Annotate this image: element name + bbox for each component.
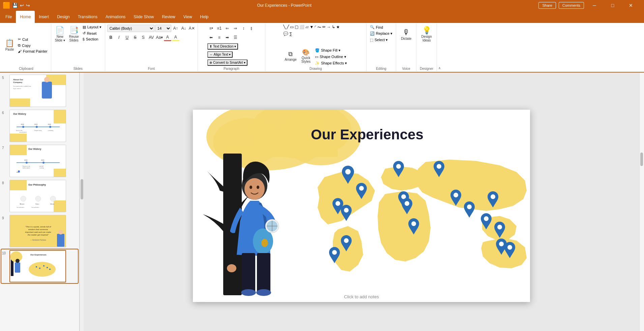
slide-thumb-9[interactable]: "This is a quote, words full of wisdom t…: [9, 215, 66, 247]
align-right-button[interactable]: ➡: [224, 34, 231, 41]
font-size-select[interactable]: 14: [155, 25, 171, 32]
tab-design[interactable]: Design: [53, 11, 74, 23]
shape-outline-button[interactable]: ▭ Shape Outline ▾: [314, 54, 348, 60]
ribbon-collapse-button[interactable]: ∧: [437, 24, 442, 71]
shape-equation[interactable]: ∑: [289, 31, 293, 36]
justify-button[interactable]: ☰: [232, 34, 239, 41]
text-direction-button[interactable]: ⬆ Text Direction ▾: [207, 43, 238, 50]
slide-thumb-8[interactable]: Our Philosophy Mission Vision Values You…: [9, 180, 66, 212]
maximize-button[interactable]: □: [605, 0, 620, 11]
copy-button[interactable]: ⧉ Copy: [17, 43, 49, 48]
numbered-list-button[interactable]: ≡1: [215, 25, 223, 32]
svg-point-91: [261, 239, 268, 247]
cut-button[interactable]: ✂ Cut: [17, 36, 49, 42]
design-ideas-button[interactable]: 💡 DesignIdeas: [420, 24, 434, 45]
slide-item-10[interactable]: 10 Our Experiences: [1, 249, 78, 283]
shape-arc[interactable]: ◜: [314, 24, 317, 31]
decrease-indent-button[interactable]: ⇐: [224, 25, 231, 32]
shape-rounded-rect[interactable]: ▢: [294, 24, 299, 31]
align-text-button[interactable]: ↔ Align Text ▾: [207, 51, 233, 58]
shape-more[interactable]: ▼: [309, 24, 314, 31]
change-case-button[interactable]: Aa▾: [156, 34, 163, 41]
bold-button[interactable]: B: [107, 34, 115, 41]
tab-help[interactable]: Help: [196, 11, 213, 23]
char-spacing-button[interactable]: AV: [148, 34, 155, 41]
reset-button[interactable]: ↺ Reset: [81, 30, 103, 36]
highlight-button[interactable]: A: [172, 34, 179, 41]
shape-connector[interactable]: →: [326, 24, 331, 31]
select-button[interactable]: ⬚ Select ▾: [369, 37, 394, 43]
quick-styles-button[interactable]: 🎨 QuickStyles: [300, 48, 312, 64]
reuse-slides-button[interactable]: 📑 ReuseSlides: [67, 24, 81, 45]
canvas-scrollbar[interactable]: [639, 73, 644, 331]
font-name-select[interactable]: Calibri (Body): [107, 25, 154, 32]
dictate-button[interactable]: 🎙 Dictate: [399, 24, 413, 45]
shape-fill-button[interactable]: 🪣 Shape Fill ▾: [314, 48, 348, 53]
font-decrease-button[interactable]: A↓: [180, 25, 187, 32]
canvas-scrollbar-thumb[interactable]: [640, 153, 643, 166]
shape-elbow[interactable]: ↳: [331, 24, 335, 31]
tab-slideshow[interactable]: Slide Show: [129, 11, 158, 23]
arrange-button[interactable]: ⧉ Arrange: [283, 48, 298, 64]
find-button[interactable]: 🔍 Find: [369, 24, 394, 30]
shape-snip-rect[interactable]: ⬜: [299, 24, 305, 31]
shape-effects-button[interactable]: ✨ Shape Effects ▾: [314, 60, 348, 66]
shape-rect[interactable]: ▭: [290, 24, 294, 31]
italic-button[interactable]: I: [115, 34, 123, 41]
columns-button[interactable]: ⫿: [248, 25, 255, 32]
align-center-button[interactable]: ≡: [215, 34, 223, 41]
tab-animations[interactable]: Animations: [101, 11, 129, 23]
increase-indent-button[interactable]: ⇒: [232, 25, 239, 32]
shape-parallelogram[interactable]: ▱: [305, 24, 309, 31]
font-color-button[interactable]: A: [164, 34, 171, 41]
svg-text:farthest planet: farthest planet: [23, 167, 30, 169]
shape-star[interactable]: ★: [336, 24, 340, 31]
slide-thumb-10[interactable]: Our Experiences: [9, 250, 66, 282]
font-increase-button[interactable]: A↑: [172, 25, 179, 32]
slide-item-9[interactable]: 9 "This is a quote, words full of wisdom…: [1, 214, 78, 248]
quick-access-undo[interactable]: ↩: [20, 3, 24, 8]
shape-line[interactable]: ╲: [283, 24, 286, 31]
share-button[interactable]: Share: [538, 2, 556, 9]
paste-button[interactable]: 📋 Paste: [3, 35, 16, 55]
tab-file[interactable]: File: [1, 11, 16, 23]
clear-format-button[interactable]: A✕: [188, 25, 196, 32]
tab-home[interactable]: Home: [16, 11, 35, 23]
convert-smartart-button[interactable]: ⊕ Convert to SmartArt ▾: [207, 59, 247, 66]
shape-curve[interactable]: 〜: [317, 24, 322, 31]
shape-line2[interactable]: ╱: [286, 24, 289, 31]
svg-point-70: [47, 267, 48, 268]
layout-button[interactable]: ▤ Layout ▾: [81, 24, 103, 30]
slide-canvas[interactable]: Our Experiences: [193, 110, 530, 302]
scrollbar-thumb[interactable]: [81, 179, 83, 199]
tab-review[interactable]: Review: [158, 11, 179, 23]
minimize-button[interactable]: ─: [587, 0, 602, 11]
format-painter-button[interactable]: 🖌 Format Painter: [17, 49, 49, 54]
align-left-button[interactable]: ⬅: [207, 34, 215, 41]
new-slide-button[interactable]: 📄 NewSlide ▾: [53, 24, 67, 45]
quick-access-redo[interactable]: ↪: [26, 3, 30, 8]
tab-view[interactable]: View: [179, 11, 196, 23]
strikethrough-button[interactable]: S: [131, 34, 139, 41]
underline-button[interactable]: U: [123, 34, 131, 41]
slide-item-5[interactable]: 5 About Our Company You could write a su…: [1, 74, 78, 108]
slide-item-7[interactable]: 7 Our History 2018 2019 Neptune is the f…: [1, 144, 78, 178]
bullet-list-button[interactable]: ≡•: [207, 25, 215, 32]
tab-insert[interactable]: Insert: [35, 11, 53, 23]
shape-callout[interactable]: 💬: [283, 31, 289, 36]
slide-item-6[interactable]: 6 Our History 2018 2019 2020 Venus is th…: [1, 109, 78, 143]
quick-access-save[interactable]: 💾: [12, 3, 18, 8]
section-button[interactable]: § Section: [81, 36, 103, 42]
slide-thumb-5[interactable]: About Our Company You could write a subt…: [9, 75, 66, 107]
slide-item-8[interactable]: 8 Our Philosophy Mission Vision Values Y…: [1, 179, 78, 213]
slide-thumb-6[interactable]: Our History 2018 2019 2020 Venus is the …: [9, 110, 66, 142]
shape-freeform[interactable]: ✏: [322, 24, 326, 31]
close-button[interactable]: ✕: [623, 0, 639, 11]
tab-transitions[interactable]: Transitions: [74, 11, 101, 23]
text-shadow-button[interactable]: S: [140, 34, 147, 41]
line-spacing-button[interactable]: ↕: [240, 25, 247, 32]
slide-panel-scrollbar[interactable]: [80, 73, 84, 331]
slide-thumb-7[interactable]: Our History 2018 2019 Neptune is the far…: [9, 145, 66, 177]
comments-button[interactable]: Comments: [559, 2, 584, 9]
replace-button[interactable]: 🔄 Replace ▾: [369, 31, 394, 36]
